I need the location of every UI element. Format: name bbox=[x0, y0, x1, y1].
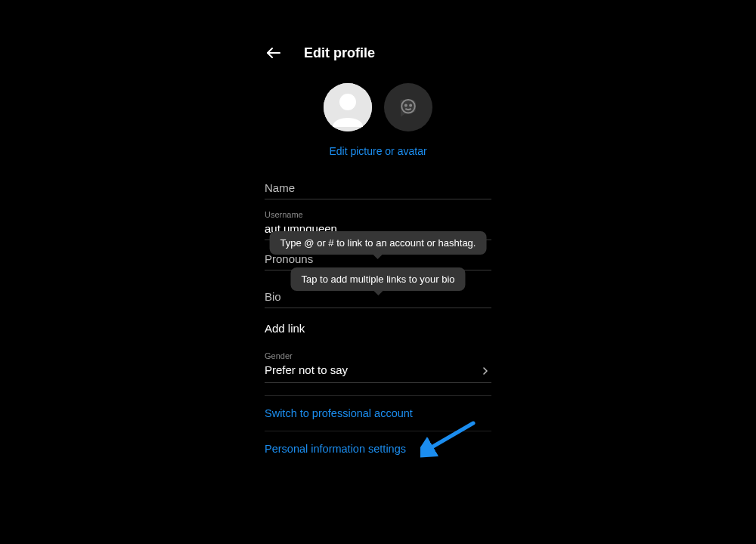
person-silhouette-icon bbox=[324, 83, 372, 131]
gender-label: Gender bbox=[265, 351, 491, 360]
avatar-face-icon bbox=[397, 96, 420, 119]
bio-hint-tooltip: Type @ or # to link to an account or has… bbox=[270, 231, 487, 255]
page-title: Edit profile bbox=[304, 45, 375, 61]
add-link-button[interactable]: Add link bbox=[265, 322, 491, 335]
svg-point-4 bbox=[405, 105, 407, 107]
avatar-option[interactable] bbox=[384, 83, 432, 131]
gender-field[interactable]: Gender Prefer not to say bbox=[265, 351, 491, 383]
gender-value: Prefer not to say bbox=[265, 363, 491, 376]
switch-professional-row[interactable]: Switch to professional account bbox=[265, 395, 491, 431]
edit-picture-link[interactable]: Edit picture or avatar bbox=[265, 145, 491, 157]
avatar-row bbox=[265, 83, 491, 131]
username-label: Username bbox=[265, 210, 491, 219]
name-label: Name bbox=[265, 180, 491, 194]
chevron-right-icon bbox=[479, 365, 491, 380]
link-hint-tooltip: Tap to add multiple links to your bio bbox=[290, 267, 465, 291]
profile-picture[interactable] bbox=[324, 83, 372, 131]
name-field[interactable]: Name bbox=[265, 180, 491, 199]
back-arrow-icon[interactable] bbox=[265, 44, 283, 62]
svg-point-5 bbox=[410, 105, 411, 107]
personal-info-link: Personal information settings bbox=[265, 443, 406, 455]
personal-info-row[interactable]: Personal information settings bbox=[265, 431, 491, 466]
edit-profile-screen: Edit profile Edit picture or avatar Name… bbox=[265, 0, 491, 466]
svg-point-2 bbox=[339, 94, 356, 110]
header: Edit profile bbox=[265, 44, 491, 62]
switch-professional-link: Switch to professional account bbox=[265, 407, 413, 419]
